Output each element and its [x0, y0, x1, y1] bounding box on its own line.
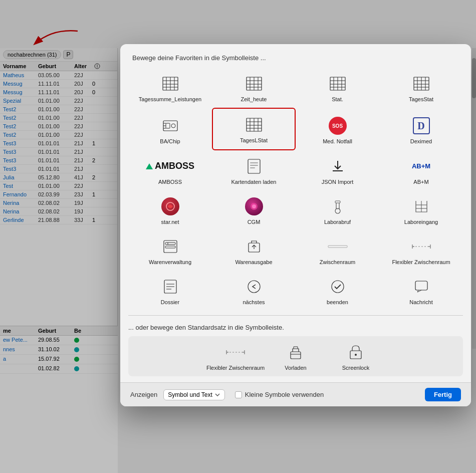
icon-label-warenverwaltung: Warenverwaltung	[149, 259, 191, 266]
icon-graphic-star_net	[160, 197, 180, 215]
modal-icon-laboreingang[interactable]: Laboreingang	[379, 190, 463, 230]
icon-graphic-dossier	[160, 278, 180, 296]
icon-graphic-abm: AB+M	[411, 157, 431, 175]
icon-label-deximed: Deximed	[410, 138, 432, 145]
modal-icon-nachricht[interactable]: Nachricht	[379, 271, 463, 311]
icon-label-med_notfall: Med. Notfall	[323, 138, 352, 145]
icon-label-tagesstat: TagesStat	[409, 96, 433, 103]
modal-icon-zeit_heute[interactable]: Zeit_heute	[212, 68, 296, 108]
footer-checkbox-label: Kleine Symbole verwenden	[245, 391, 324, 398]
modal-header-text: Bewege deine Favoriten in die Symbolleis…	[120, 44, 471, 68]
svg-rect-53	[250, 165, 258, 166]
svg-point-40	[171, 124, 175, 128]
icon-graphic-tageslstat	[244, 116, 264, 134]
modal-icon-laborabruf[interactable]: Laborabruf	[296, 190, 379, 230]
icon-label-ba_chip: BA/Chip	[160, 138, 180, 145]
svg-rect-51	[248, 159, 260, 173]
modal-icon-star_net[interactable]: star.net	[128, 190, 212, 230]
modal-icon-ba_chip[interactable]: BA/Chip	[128, 108, 212, 150]
icon-graphic-naechstes	[244, 278, 264, 296]
modal-icon-tagessumme[interactable]: Tagessumme_Leistungen	[128, 68, 212, 108]
svg-point-78	[332, 281, 344, 293]
icon-graphic-tagesstat	[411, 75, 431, 93]
std-icon-graphic-screenlock	[346, 343, 366, 361]
modal-footer: Anzeigen Symbol und Text Kleine Symbole …	[120, 382, 471, 406]
std-icon-label-flex_std: Flexibler Zwischenraum	[206, 364, 265, 371]
icon-label-warenausgabe: Warenausgabe	[235, 259, 272, 266]
modal-icon-kartendaten[interactable]: Kartendaten laden	[212, 150, 296, 190]
modal-icon-abm[interactable]: AB+M AB+M	[379, 150, 463, 190]
modal-icon-warenverwaltung[interactable]: Warenverwaltung	[128, 230, 212, 271]
icon-graphic-warenausgabe	[244, 238, 264, 256]
modal-icon-tageslstat[interactable]: TagesLStat	[212, 108, 296, 150]
icon-label-nachricht: Nachricht	[409, 299, 432, 306]
svg-rect-39	[166, 123, 170, 128]
icon-graphic-deximed: D	[411, 117, 431, 135]
small-icons-checkbox[interactable]	[235, 391, 242, 398]
icon-label-cgm: CGM	[248, 218, 261, 225]
modal-std-section: ... oder bewege den Standardsatz in die …	[120, 320, 471, 382]
modal-icon-stat[interactable]: Stat.	[296, 68, 379, 108]
modal-title: Bewege deine Favoriten in die Symbolleis…	[132, 54, 266, 62]
icon-graphic-tagessumme	[160, 75, 180, 93]
footer-display-select[interactable]: Symbol und Text	[163, 389, 225, 400]
std-icon-label-screenlock: Screenlock	[342, 364, 369, 371]
svg-rect-79	[415, 281, 427, 290]
svg-rect-67	[165, 246, 175, 248]
icon-label-tageslstat: TagesLStat	[240, 137, 268, 144]
modal-icon-tagesstat[interactable]: TagesStat	[379, 68, 463, 108]
modal-icons-grid: Tagessumme_Leistungen Zeit_heute Stat. T…	[120, 68, 471, 311]
icon-graphic-amboss: AMBOSS	[160, 157, 180, 175]
icon-graphic-zwischenraum	[328, 238, 348, 256]
modal-divider	[128, 315, 463, 316]
modal-icon-deximed[interactable]: D Deximed	[379, 108, 463, 150]
icon-graphic-med_notfall: SOS	[328, 117, 348, 135]
footer-checkbox-area[interactable]: Kleine Symbole verwenden	[235, 391, 324, 398]
std-icon-screenlock[interactable]: Screenlock	[326, 343, 386, 371]
chevron-icon	[214, 392, 220, 398]
svg-rect-71	[328, 246, 347, 248]
svg-rect-81	[291, 352, 301, 359]
icon-graphic-stat	[328, 75, 348, 93]
icon-label-naechstes: nächstes	[243, 299, 265, 306]
svg-rect-66	[165, 243, 175, 245]
icon-graphic-beenden	[328, 278, 348, 296]
svg-rect-52	[250, 162, 258, 163]
icon-graphic-nachricht	[411, 278, 431, 296]
modal-icon-zwischenraum[interactable]: Zwischenraum	[296, 230, 379, 271]
std-icon-label-vorladen: Vorladen	[285, 364, 306, 371]
modal-icon-json_import[interactable]: JSON Import	[296, 150, 379, 190]
modal-std-items: Flexibler Zwischenraum Vorladen Screenlo…	[128, 336, 463, 376]
svg-point-77	[248, 281, 260, 293]
svg-point-84	[355, 354, 357, 356]
std-icon-graphic-flex_std	[225, 343, 246, 361]
modal-icon-cgm[interactable]: CGM	[212, 190, 296, 230]
icon-label-beenden: beenden	[327, 299, 348, 306]
std-icon-flex_std[interactable]: Flexibler Zwischenraum	[205, 343, 266, 371]
icon-graphic-warenverwaltung	[160, 238, 180, 256]
modal-icon-warenausgabe[interactable]: Warenausgabe	[212, 230, 296, 271]
std-icon-vorladen[interactable]: Vorladen	[266, 343, 326, 371]
std-icon-graphic-vorladen	[286, 343, 306, 361]
icon-label-star_net: star.net	[161, 218, 179, 225]
icon-graphic-cgm	[244, 197, 264, 215]
modal-std-label: ... oder bewege den Standardsatz in die …	[128, 324, 463, 331]
modal-icon-med_notfall[interactable]: SOS Med. Notfall	[296, 108, 379, 150]
footer-select-value: Symbol und Text	[168, 391, 212, 398]
icon-graphic-ba_chip	[160, 117, 180, 135]
icon-label-amboss: AMBOSS	[158, 178, 182, 185]
icon-graphic-kartendaten	[244, 157, 264, 175]
fertig-button[interactable]: Fertig	[425, 388, 461, 401]
icon-label-laboreingang: Laboreingang	[404, 218, 438, 225]
icon-label-kartendaten: Kartendaten laden	[231, 178, 277, 185]
modal-icon-naechstes[interactable]: nächstes	[212, 271, 296, 311]
modal-icon-flex_zwischen[interactable]: Flexibler Zwischenraum	[379, 230, 463, 271]
modal-icon-dossier[interactable]: Dossier	[128, 271, 212, 311]
icon-graphic-laboreingang	[411, 197, 431, 215]
modal-icon-amboss[interactable]: AMBOSS AMBOSS	[128, 150, 212, 190]
icon-label-zeit_heute: Zeit_heute	[241, 96, 267, 103]
footer-anzeigen-label: Anzeigen	[130, 391, 157, 398]
icon-label-stat: Stat.	[332, 96, 343, 103]
modal-icon-beenden[interactable]: beenden	[296, 271, 379, 311]
icon-label-tagessumme: Tagessumme_Leistungen	[139, 96, 201, 103]
